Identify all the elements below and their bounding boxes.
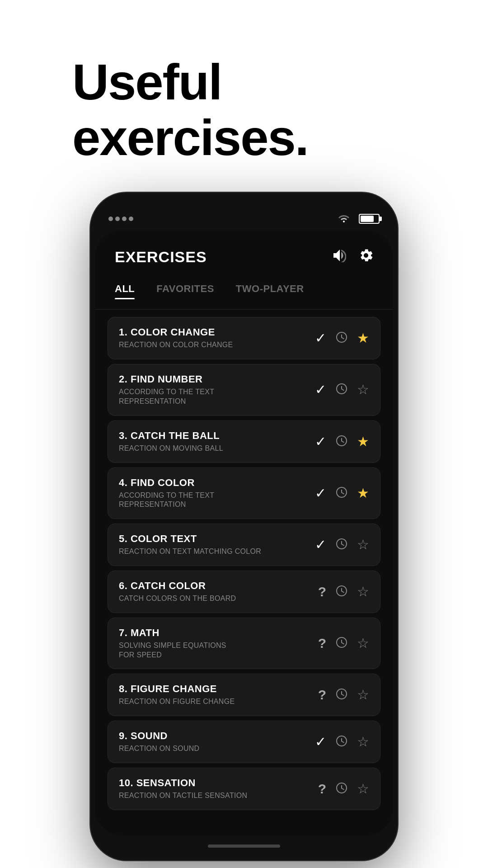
tab-all[interactable]: ALL xyxy=(115,279,135,298)
exercise-subtitle: CATCH COLORS ON THE BOARD xyxy=(119,594,309,604)
exercise-title: 10. SENSATION xyxy=(119,777,309,789)
status-bar xyxy=(90,205,398,230)
check-icon: ✓ xyxy=(315,331,326,345)
exercise-subtitle: REACTION ON TEXT MATCHING COLOR xyxy=(119,547,306,557)
history-icon[interactable] xyxy=(335,331,348,345)
question-icon: ? xyxy=(318,782,326,796)
question-icon: ? xyxy=(318,688,326,702)
exercise-title: 3. CATCH THE BALL xyxy=(119,430,306,442)
star-filled-icon[interactable]: ★ xyxy=(357,435,369,448)
phone-mockup: EXERCISES xyxy=(90,193,398,860)
exercise-subtitle: SOLVING SIMPLE EQUATIONSFOR SPEED xyxy=(119,641,309,660)
exercise-info: 8. FIGURE CHANGE REACTION ON FIGURE CHAN… xyxy=(119,683,309,707)
exercise-info: 10. SENSATION REACTION ON TACTILE SENSAT… xyxy=(119,777,309,801)
signal-dots xyxy=(108,217,133,221)
exercise-info: 7. MATH SOLVING SIMPLE EQUATIONSFOR SPEE… xyxy=(119,627,309,660)
star-filled-icon[interactable]: ★ xyxy=(357,331,369,345)
exercise-title: 6. CATCH COLOR xyxy=(119,580,309,592)
exercise-subtitle: REACTION ON COLOR CHANGE xyxy=(119,340,306,350)
exercise-item-10[interactable]: 10. SENSATION REACTION ON TACTILE SENSAT… xyxy=(108,768,380,810)
check-icon: ✓ xyxy=(315,735,326,749)
exercise-info: 3. CATCH THE BALL REACTION ON MOVING BAL… xyxy=(119,430,306,453)
exercise-title: 5. COLOR TEXT xyxy=(119,533,306,545)
headline-line1: Useful xyxy=(72,54,221,110)
history-icon[interactable] xyxy=(335,486,348,500)
exercise-title: 2. FIND NUMBER xyxy=(119,373,306,385)
sound-icon[interactable] xyxy=(332,249,346,265)
exercise-info: 6. CATCH COLOR CATCH COLORS ON THE BOARD xyxy=(119,580,309,604)
history-icon[interactable] xyxy=(335,538,348,552)
exercise-item-3[interactable]: 3. CATCH THE BALL REACTION ON MOVING BAL… xyxy=(108,420,380,463)
exercise-item-9[interactable]: 9. SOUND REACTION ON SOUND ✓ ☆ xyxy=(108,721,380,763)
exercise-actions: ? ☆ xyxy=(318,782,369,796)
exercise-actions: ✓ ★ xyxy=(315,486,369,500)
exercise-actions: ✓ ☆ xyxy=(315,735,369,749)
star-empty-icon[interactable]: ☆ xyxy=(357,585,369,599)
exercise-title: 7. MATH xyxy=(119,627,309,639)
question-icon: ? xyxy=(318,585,326,599)
headline-line2: exercises. xyxy=(72,109,308,166)
star-empty-icon[interactable]: ☆ xyxy=(357,637,369,650)
check-icon: ✓ xyxy=(315,486,326,500)
battery-icon xyxy=(359,214,380,224)
check-icon: ✓ xyxy=(315,435,326,448)
history-icon[interactable] xyxy=(335,382,348,397)
exercise-item-2[interactable]: 2. FIND NUMBER ACCORDING TO THE TEXTREPR… xyxy=(108,364,380,416)
star-empty-icon[interactable]: ☆ xyxy=(357,383,369,396)
history-icon[interactable] xyxy=(335,434,348,449)
exercise-item-4[interactable]: 4. FIND COLOR ACCORDING TO THE TEXTREPRE… xyxy=(108,467,380,519)
exercise-item-7[interactable]: 7. MATH SOLVING SIMPLE EQUATIONSFOR SPEE… xyxy=(108,618,380,670)
exercise-info: 4. FIND COLOR ACCORDING TO THE TEXTREPRE… xyxy=(119,477,306,510)
app-screen: EXERCISES xyxy=(95,230,393,835)
exercise-title: 4. FIND COLOR xyxy=(119,477,306,489)
settings-icon[interactable] xyxy=(359,248,373,266)
star-empty-icon[interactable]: ☆ xyxy=(357,782,369,796)
star-empty-icon[interactable]: ☆ xyxy=(357,735,369,749)
exercise-actions: ? ☆ xyxy=(318,585,369,599)
exercise-subtitle: ACCORDING TO THE TEXTREPRESENTATION xyxy=(119,491,306,510)
exercise-item-6[interactable]: 6. CATCH COLOR CATCH COLORS ON THE BOARD… xyxy=(108,571,380,613)
star-empty-icon[interactable]: ☆ xyxy=(357,688,369,702)
exercise-title: 9. SOUND xyxy=(119,730,306,742)
tab-bar: ALL FAVORITES TWO-PLAYER xyxy=(95,275,393,310)
exercise-actions: ? ☆ xyxy=(318,688,369,702)
exercise-title: 8. FIGURE CHANGE xyxy=(119,683,309,695)
history-icon[interactable] xyxy=(335,585,348,599)
exercise-subtitle: REACTION ON SOUND xyxy=(119,744,306,754)
history-icon[interactable] xyxy=(335,782,348,796)
headline: Useful exercises. xyxy=(72,54,488,165)
exercise-item-1[interactable]: 1. COLOR CHANGE REACTION ON COLOR CHANGE… xyxy=(108,317,380,359)
question-icon: ? xyxy=(318,637,326,650)
star-filled-icon[interactable]: ★ xyxy=(357,486,369,500)
exercise-subtitle: ACCORDING TO THE TEXTREPRESENTATION xyxy=(119,387,306,406)
exercise-item-8[interactable]: 8. FIGURE CHANGE REACTION ON FIGURE CHAN… xyxy=(108,674,380,716)
exercise-item-5[interactable]: 5. COLOR TEXT REACTION ON TEXT MATCHING … xyxy=(108,524,380,566)
history-icon[interactable] xyxy=(335,688,348,702)
star-empty-icon[interactable]: ☆ xyxy=(357,538,369,552)
exercise-subtitle: REACTION ON FIGURE CHANGE xyxy=(119,697,309,707)
exercise-info: 2. FIND NUMBER ACCORDING TO THE TEXTREPR… xyxy=(119,373,306,406)
exercise-subtitle: REACTION ON MOVING BALL xyxy=(119,444,306,453)
tab-favorites[interactable]: FAVORITES xyxy=(156,279,214,298)
header-icons xyxy=(332,248,373,266)
exercise-actions: ✓ ★ xyxy=(315,331,369,345)
exercise-info: 9. SOUND REACTION ON SOUND xyxy=(119,730,306,754)
exercise-info: 1. COLOR CHANGE REACTION ON COLOR CHANGE xyxy=(119,326,306,350)
history-icon[interactable] xyxy=(335,735,348,749)
check-icon: ✓ xyxy=(315,538,326,552)
exercise-actions: ✓ ★ xyxy=(315,434,369,449)
exercise-actions: ✓ ☆ xyxy=(315,382,369,397)
exercise-actions: ✓ ☆ xyxy=(315,538,369,552)
exercise-info: 5. COLOR TEXT REACTION ON TEXT MATCHING … xyxy=(119,533,306,557)
home-indicator xyxy=(208,844,280,848)
history-icon[interactable] xyxy=(335,636,348,651)
exercise-list: 1. COLOR CHANGE REACTION ON COLOR CHANGE… xyxy=(95,310,393,821)
check-icon: ✓ xyxy=(315,383,326,396)
exercise-subtitle: REACTION ON TACTILE SENSATION xyxy=(119,791,309,801)
wifi-icon xyxy=(337,212,351,226)
app-title: EXERCISES xyxy=(115,248,207,266)
tab-two-player[interactable]: TWO-PLAYER xyxy=(236,279,304,298)
exercise-title: 1. COLOR CHANGE xyxy=(119,326,306,338)
exercise-actions: ? ☆ xyxy=(318,636,369,651)
page-header: Useful exercises. xyxy=(0,0,488,193)
